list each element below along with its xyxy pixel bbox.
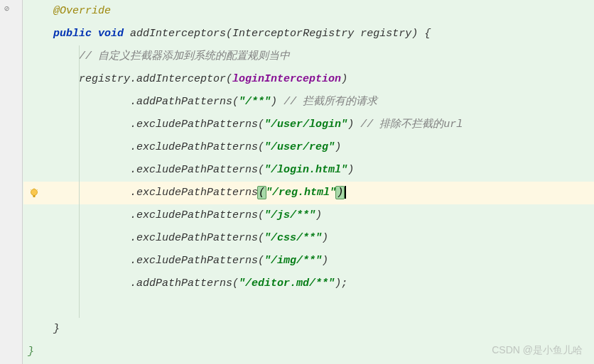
string-literal: "/css/**" [264, 232, 322, 244]
current-line: .excludePathPatterns("/reg.html") [23, 182, 594, 204]
string-literal: "/user/reg" [264, 141, 335, 153]
string-literal: "/js/**" [264, 209, 315, 221]
string-literal: "/editor.md/**" [239, 277, 335, 289]
svg-line-4 [37, 189, 38, 190]
text-cursor [345, 186, 346, 199]
matched-paren: ) [335, 186, 345, 199]
watermark: CSDN @是小鱼儿哈 [492, 344, 583, 357]
param-type: InterceptorRegistry [232, 28, 354, 40]
svg-point-0 [31, 189, 38, 196]
code-editor[interactable]: @Override public void addInterceptors(In… [23, 0, 594, 363]
intention-bulb-icon[interactable] [28, 187, 40, 199]
string-literal: "/login.html" [264, 164, 347, 176]
comment-line: // 自定义拦截器添加到系统的配置规则当中 [79, 50, 290, 62]
string-literal: "/**" [239, 96, 271, 108]
annotation: @Override [53, 5, 111, 17]
field-ref: loginInterception [232, 73, 341, 85]
string-literal: "/reg.html" [266, 187, 336, 199]
editor-gutter: ⊘ [0, 0, 23, 364]
svg-line-3 [31, 189, 31, 190]
override-gutter-icon: ⊘ [4, 4, 9, 14]
class-closing-brace: } [28, 346, 34, 358]
variable: registry [79, 73, 130, 85]
string-literal: "/user/login" [264, 118, 347, 131]
string-literal: "/img/**" [264, 255, 322, 267]
comment-line: // 排除不拦截的url [360, 118, 463, 131]
svg-rect-1 [33, 195, 36, 197]
param-name: registry [360, 28, 411, 40]
comment-line: // 拦截所有的请求 [284, 96, 377, 108]
method-name: addInterceptors [130, 28, 226, 40]
keyword-void: void [98, 28, 124, 40]
keyword-public: public [53, 28, 92, 40]
closing-brace: } [53, 323, 60, 335]
